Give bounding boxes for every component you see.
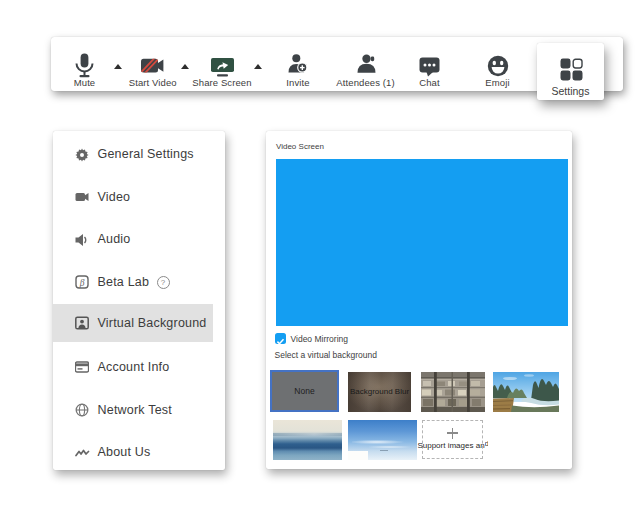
svg-text:β: β xyxy=(79,278,85,288)
